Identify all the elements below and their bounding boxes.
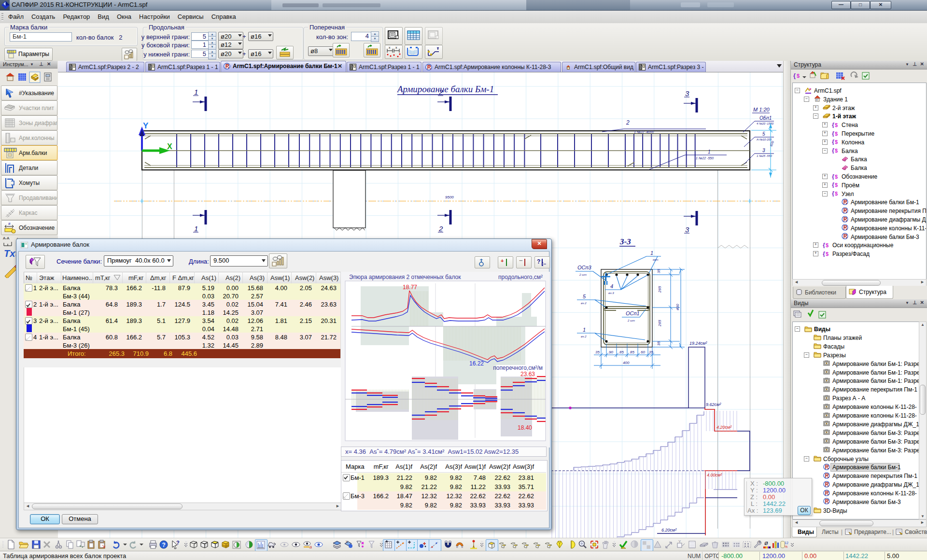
svg-text:1 №22 -4000: 1 №22 -4000 <box>634 130 654 134</box>
svg-text:4: 4 <box>610 283 613 289</box>
svg-text:?: ? <box>537 258 540 265</box>
svg-text:18.40: 18.40 <box>518 424 532 431</box>
svg-text:3-3: 3-3 <box>619 237 631 246</box>
svg-text:ОСп1: ОСп1 <box>626 310 640 316</box>
svg-text:$: $ <box>826 251 829 257</box>
svg-text:øх.2: øх.2 <box>581 302 587 305</box>
svg-text:1: 1 <box>194 88 198 96</box>
svg-text:Y: Y <box>143 121 149 130</box>
svg-text:2: 2 <box>438 224 443 233</box>
svg-text:400: 400 <box>675 304 680 310</box>
svg-text:продольного,см²: продольного,см² <box>498 274 543 280</box>
svg-text:6.20см²: 6.20см² <box>661 528 677 532</box>
svg-text:øх.3: øх.3 <box>608 292 614 294</box>
svg-text:ОБп1: ОБп1 <box>759 115 772 121</box>
svg-text:9500: 9500 <box>445 195 454 199</box>
svg-text:ø: ø <box>764 539 768 546</box>
svg-text:#: # <box>8 222 11 226</box>
svg-text:3: 3 <box>762 148 765 153</box>
svg-text:?: ? <box>176 540 180 546</box>
svg-text:x: x <box>389 46 391 49</box>
svg-text:265: 265 <box>658 320 662 327</box>
svg-text:$: $ <box>835 139 838 145</box>
svg-text:35: 35 <box>595 350 600 354</box>
svg-text:4 №20 -1550: 4 №20 -1550 <box>757 122 774 125</box>
svg-text:2: 2 <box>626 119 630 126</box>
svg-text:{: { <box>832 190 834 196</box>
svg-text:øх.2: øх.2 <box>581 335 587 338</box>
svg-text:$: $ <box>826 242 829 248</box>
svg-text:$: $ <box>835 174 838 180</box>
svg-text:−: − <box>519 258 523 264</box>
svg-text:3: 3 <box>685 89 689 98</box>
svg-text:85: 85 <box>630 350 634 354</box>
svg-text:60: 60 <box>641 350 645 354</box>
svg-text:a: a <box>309 545 312 549</box>
svg-text:9.62см²: 9.62см² <box>706 402 721 407</box>
svg-text:4.20см²: 4.20см² <box>716 425 732 430</box>
svg-text:А-№10-200: А-№10-200 <box>756 138 772 141</box>
svg-text:Y: Y <box>678 539 681 544</box>
svg-text:90: 90 <box>609 350 613 354</box>
svg-text:1: 1 <box>194 224 198 233</box>
svg-text:A-A: A-A <box>3 236 10 240</box>
svg-text:{: { <box>832 138 834 145</box>
svg-text:23.63: 23.63 <box>520 371 535 378</box>
svg-text:1: 1 <box>650 250 653 256</box>
svg-text:19.24см²: 19.24см² <box>689 341 707 346</box>
svg-text:М 1:20: М 1:20 <box>753 107 770 112</box>
svg-text:Эпюра армирования 2 отмеченных: Эпюра армирования 2 отмеченных балок <box>349 274 461 280</box>
svg-text:$: $ <box>835 148 838 154</box>
svg-text:4.00см²: 4.00см² <box>707 473 722 477</box>
svg-text:2 шт: 2 шт <box>579 273 587 276</box>
svg-text:265: 265 <box>658 286 662 293</box>
svg-text:{: { <box>832 181 834 188</box>
svg-text:35: 35 <box>657 341 661 346</box>
svg-text:ОСп3: ОСп3 <box>577 265 592 270</box>
svg-text:поперечного,см²/м: поперечного,см²/м <box>493 364 543 371</box>
svg-text:3: 3 <box>685 225 689 234</box>
svg-text:$: $ <box>835 191 838 196</box>
svg-text:$: $ <box>835 131 838 137</box>
svg-text:2 шт: 2 шт <box>627 319 635 322</box>
svg-text:$: $ <box>835 122 838 128</box>
svg-text:1 №22 -550: 1 №22 -550 <box>696 156 714 160</box>
svg-text:x: x <box>395 46 397 49</box>
svg-text:35: 35 <box>657 269 661 273</box>
svg-text:Армирование балки Бм-1: Армирование балки Бм-1 <box>396 84 494 94</box>
svg-text:{: { <box>832 173 834 180</box>
svg-text:$: $ <box>797 73 800 79</box>
svg-text:+: + <box>501 258 504 264</box>
svg-text:5: 5 <box>758 540 761 544</box>
svg-text:35: 35 <box>649 350 653 354</box>
svg-text:5: 5 <box>762 131 765 137</box>
svg-text:X: X <box>167 142 172 151</box>
svg-text:{: { <box>823 241 825 248</box>
svg-text:{: { <box>832 130 834 137</box>
svg-text:16.22: 16.22 <box>469 360 484 367</box>
svg-text:400: 400 <box>623 361 630 365</box>
svg-text:{: { <box>832 121 834 128</box>
svg-text:{: { <box>823 250 825 257</box>
svg-text:{: { <box>832 147 834 154</box>
svg-text:Y: Y <box>346 540 349 544</box>
svg-text:{: { <box>793 72 796 79</box>
svg-text:1: 1 <box>583 327 586 333</box>
svg-text:?: ? <box>162 542 166 548</box>
svg-text:1 №25 -550: 1 №25 -550 <box>757 154 772 157</box>
svg-text:$: $ <box>835 182 838 188</box>
svg-text:нет: нет <box>653 258 659 261</box>
svg-text:5: 5 <box>583 294 586 299</box>
svg-text:1: 1 <box>708 149 711 154</box>
svg-text:85: 85 <box>619 350 624 354</box>
svg-text:18.77: 18.77 <box>403 284 417 291</box>
